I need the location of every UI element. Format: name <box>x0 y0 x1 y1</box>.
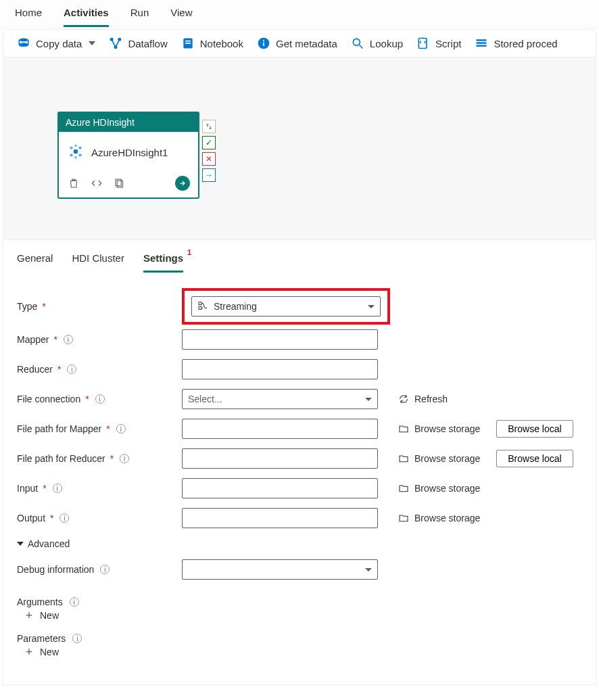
add-parameter-button[interactable]: + New <box>24 647 582 657</box>
folder-icon <box>398 453 409 464</box>
tab-home[interactable]: Home <box>15 7 42 27</box>
pipeline-canvas[interactable]: Azure HDInsight AzureHDInsight1 <box>3 57 596 240</box>
svg-point-23 <box>74 156 76 158</box>
copy-data-button[interactable]: Copy data <box>17 37 95 50</box>
plus-icon: + <box>24 647 34 657</box>
dataflow-button[interactable]: Dataflow <box>109 37 167 50</box>
chevron-down-icon <box>17 542 24 546</box>
svg-point-10 <box>263 40 264 41</box>
lookup-button[interactable]: Lookup <box>351 37 403 50</box>
lookup-label: Lookup <box>370 38 403 49</box>
stored-procedure-label: Stored proced <box>494 38 557 49</box>
info-icon[interactable]: i <box>100 565 110 574</box>
info-icon[interactable]: i <box>70 597 79 607</box>
reducer-label: Reducer <box>17 364 53 375</box>
activity-type-header: Azure HDInsight <box>59 113 198 132</box>
tab-general[interactable]: General <box>17 252 53 273</box>
file-path-mapper-input[interactable] <box>182 419 378 439</box>
tab-view[interactable]: View <box>170 7 192 27</box>
svg-rect-24 <box>117 181 122 187</box>
svg-point-11 <box>353 39 360 45</box>
type-highlight-box: Streaming <box>182 288 390 325</box>
handle-success-icon[interactable]: ✓ <box>202 136 216 149</box>
info-icon[interactable]: i <box>59 513 69 523</box>
debug-info-select[interactable] <box>182 559 378 580</box>
type-value: Streaming <box>214 301 257 312</box>
stored-procedure-button[interactable]: Stored proced <box>475 37 557 50</box>
svg-rect-15 <box>477 42 487 44</box>
activities-toolbar: Copy data Dataflow Notebook Get metadata… <box>3 29 596 57</box>
type-select[interactable]: Streaming <box>191 296 381 317</box>
svg-rect-13 <box>418 39 427 49</box>
browse-storage-link[interactable]: Browse storage <box>398 513 480 523</box>
svg-point-21 <box>78 154 81 156</box>
output-label: Output <box>17 513 45 523</box>
type-label: Type <box>17 301 37 312</box>
copy-data-label: Copy data <box>36 38 82 49</box>
properties-panel: General HDI Cluster Settings 1 Type * St… <box>3 240 596 685</box>
code-icon[interactable] <box>90 177 103 190</box>
svg-point-18 <box>70 146 72 149</box>
tab-run[interactable]: Run <box>130 7 149 27</box>
browse-storage-link[interactable]: Browse storage <box>398 423 480 434</box>
output-path-input[interactable] <box>182 508 378 528</box>
file-connection-select[interactable]: Select... <box>182 389 378 409</box>
top-tab-bar: Home Activities Run View <box>0 0 599 28</box>
handle-failure-icon[interactable]: ✕ <box>202 152 216 166</box>
tab-settings[interactable]: Settings 1 <box>143 252 183 273</box>
browse-local-button[interactable]: Browse local <box>496 420 573 438</box>
info-icon[interactable]: i <box>72 634 82 643</box>
activity-handles: ✓ ✕ → <box>202 120 216 182</box>
script-icon <box>416 37 430 50</box>
copy-data-icon <box>17 37 30 50</box>
handle-reorder-icon[interactable] <box>202 120 216 133</box>
handle-skip-icon[interactable]: → <box>202 168 216 182</box>
get-metadata-button[interactable]: Get metadata <box>257 37 337 50</box>
browse-storage-link[interactable]: Browse storage <box>398 483 480 494</box>
chevron-down-icon <box>365 568 372 571</box>
info-icon[interactable]: i <box>67 365 76 374</box>
svg-point-19 <box>78 146 81 149</box>
advanced-toggle[interactable]: Advanced <box>17 538 582 549</box>
run-icon[interactable] <box>175 176 190 191</box>
notebook-icon <box>181 37 195 50</box>
refresh-link[interactable]: Refresh <box>398 394 448 404</box>
reducer-input[interactable] <box>182 359 378 379</box>
svg-point-22 <box>74 145 76 147</box>
info-icon[interactable]: i <box>120 454 129 463</box>
file-connection-placeholder: Select... <box>188 394 222 404</box>
chevron-down-icon <box>368 305 375 308</box>
browse-local-button[interactable]: Browse local <box>496 450 573 467</box>
input-label: Input <box>17 483 38 494</box>
file-path-reducer-label: File path for Reducer <box>17 453 105 464</box>
info-icon[interactable]: i <box>64 335 73 344</box>
browse-storage-link[interactable]: Browse storage <box>398 453 480 464</box>
script-label: Script <box>435 38 461 49</box>
info-icon[interactable]: i <box>53 484 62 493</box>
required-star: * <box>42 301 45 312</box>
plus-icon: + <box>24 610 34 621</box>
add-argument-button[interactable]: + New <box>24 610 582 621</box>
tab-activities[interactable]: Activities <box>64 7 109 27</box>
activity-card[interactable]: Azure HDInsight AzureHDInsight1 <box>57 112 199 199</box>
svg-line-12 <box>359 45 362 49</box>
tab-hdi-cluster[interactable]: HDI Cluster <box>72 252 124 273</box>
file-path-reducer-input[interactable] <box>182 448 378 469</box>
tab-settings-label: Settings <box>143 252 183 264</box>
svg-rect-7 <box>185 43 191 44</box>
info-icon[interactable]: i <box>116 424 126 434</box>
input-path-input[interactable] <box>182 478 378 498</box>
mapper-label: Mapper <box>17 334 49 345</box>
info-icon[interactable]: i <box>95 394 105 404</box>
copy-icon[interactable] <box>113 177 126 190</box>
script-button[interactable]: Script <box>416 37 461 50</box>
streaming-icon <box>197 300 208 313</box>
delete-icon[interactable] <box>67 177 80 190</box>
folder-icon <box>398 513 409 523</box>
svg-rect-25 <box>116 179 121 186</box>
mapper-input[interactable] <box>182 329 378 350</box>
activity-name: AzureHDInsight1 <box>91 147 168 158</box>
svg-point-1 <box>19 43 28 46</box>
notebook-button[interactable]: Notebook <box>181 37 243 50</box>
settings-badge: 1 <box>187 248 191 256</box>
